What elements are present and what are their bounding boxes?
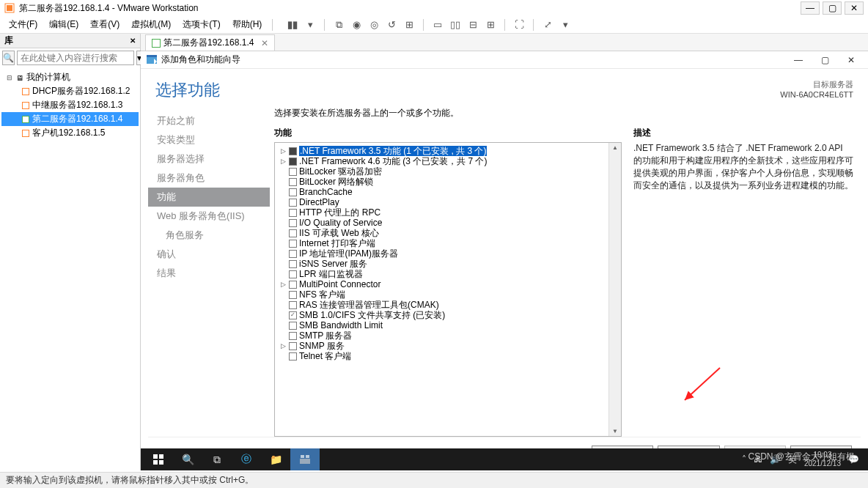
collapse-icon[interactable]: ⊟: [6, 74, 13, 81]
nav-before-you-begin[interactable]: 开始之前: [148, 111, 270, 130]
feature-item[interactable]: ▷.NET Framework 3.5 功能 (1 个已安装 , 共 3 个): [279, 146, 604, 156]
scroll-up-icon[interactable]: ▲: [612, 144, 618, 151]
fullscreen-icon[interactable]: ⛶: [512, 18, 526, 32]
feature-item[interactable]: iSNS Server 服务: [279, 259, 604, 269]
vm-item[interactable]: 客户机192.168.1.5: [1, 126, 139, 140]
feature-item[interactable]: BitLocker 驱动器加密: [279, 166, 604, 177]
nav-server-selection[interactable]: 服务器选择: [148, 149, 270, 169]
feature-item[interactable]: IP 地址管理(IPAM)服务器: [279, 248, 604, 259]
checkbox[interactable]: [289, 158, 297, 166]
feature-item[interactable]: BitLocker 网络解锁: [279, 177, 604, 187]
checkbox[interactable]: [289, 342, 297, 350]
vm-item-selected[interactable]: 第二服务器192.168.1.4: [1, 112, 139, 126]
checkbox[interactable]: [289, 260, 297, 268]
feature-item[interactable]: BranchCache: [279, 187, 604, 197]
layout-1-icon[interactable]: ▭: [431, 18, 444, 32]
feature-item[interactable]: HTTP 代理上的 RPC: [279, 207, 604, 218]
feature-item[interactable]: DirectPlay: [279, 197, 604, 207]
search-icon[interactable]: 🔍: [173, 448, 202, 470]
layout-3-icon[interactable]: ⊟: [466, 18, 479, 32]
feature-item[interactable]: LPR 端口监视器: [279, 269, 604, 279]
features-list[interactable]: ▷.NET Framework 3.5 功能 (1 个已安装 , 共 3 个)▷…: [275, 143, 608, 436]
nav-install-type[interactable]: 安装类型: [148, 130, 270, 149]
vm-item[interactable]: 中继服务器192.168.1.3: [1, 98, 139, 112]
checkbox[interactable]: [289, 332, 297, 340]
menu-help[interactable]: 帮助(H): [228, 17, 267, 32]
checkbox[interactable]: [289, 270, 297, 278]
checkbox[interactable]: [289, 301, 297, 309]
revert-icon[interactable]: ↺: [385, 18, 398, 32]
feature-item[interactable]: RAS 连接管理器管理工具包(CMAK): [279, 300, 604, 310]
unity-icon[interactable]: ⤢: [541, 18, 554, 32]
search-input[interactable]: [17, 51, 134, 65]
wizard-maximize-icon[interactable]: ▢: [814, 53, 836, 67]
send-ctrl-alt-del-icon[interactable]: ⧉: [332, 18, 345, 32]
feature-item[interactable]: SMTP 服务器: [279, 330, 604, 341]
task-view-icon[interactable]: ⧉: [202, 448, 232, 470]
menu-file[interactable]: 文件(F): [4, 17, 42, 32]
feature-item[interactable]: I/O Quality of Service: [279, 218, 604, 228]
tray-ime[interactable]: 英: [788, 454, 797, 466]
checkbox[interactable]: [289, 199, 297, 207]
close-button[interactable]: ✕: [845, 1, 864, 15]
explorer-icon[interactable]: 📁: [261, 448, 290, 470]
expand-icon[interactable]: ▷: [279, 146, 287, 156]
checkbox[interactable]: [289, 322, 297, 330]
feature-item[interactable]: SMB Bandwidth Limit: [279, 320, 604, 330]
dropdown-icon[interactable]: ▾: [304, 18, 317, 32]
checkbox[interactable]: [289, 188, 297, 196]
checkbox[interactable]: [289, 219, 297, 227]
expand-icon[interactable]: ▷: [279, 341, 287, 351]
pause-icon[interactable]: ▮▮: [286, 18, 299, 32]
search-icon[interactable]: 🔍: [2, 51, 15, 65]
checkbox[interactable]: [289, 240, 297, 248]
tray-network-icon[interactable]: 🖧: [754, 454, 762, 465]
feature-item[interactable]: NFS 客户端: [279, 289, 604, 300]
vm-tab[interactable]: 第二服务器192.168.1.4 ✕: [145, 34, 275, 51]
menu-edit[interactable]: 编辑(E): [45, 17, 83, 32]
checkbox[interactable]: [289, 291, 297, 299]
checkbox[interactable]: [289, 352, 297, 361]
server-manager-icon[interactable]: [290, 448, 320, 470]
vm-item[interactable]: DHCP服务器192.168.1.2: [1, 84, 139, 98]
feature-item[interactable]: Internet 打印客户端: [279, 238, 604, 248]
minimize-button[interactable]: —: [801, 1, 820, 15]
close-panel-icon[interactable]: ✕: [130, 37, 136, 45]
tree-root[interactable]: ⊟ 我的计算机: [1, 70, 139, 84]
scrollbar[interactable]: ▲ ▼: [608, 143, 621, 436]
checkbox[interactable]: [289, 311, 297, 319]
checkbox[interactable]: [289, 229, 297, 237]
checkbox[interactable]: [289, 147, 297, 155]
nav-confirm[interactable]: 确认: [148, 245, 270, 264]
layout-4-icon[interactable]: ⊞: [484, 18, 497, 32]
feature-item[interactable]: SMB 1.0/CIFS 文件共享支持 (已安装): [279, 310, 604, 320]
checkbox[interactable]: [289, 209, 297, 217]
nav-server-roles[interactable]: 服务器角色: [148, 169, 270, 188]
wizard-close-icon[interactable]: ✕: [840, 53, 862, 67]
start-button[interactable]: [144, 448, 173, 470]
manage-icon[interactable]: ⊞: [402, 18, 416, 32]
checkbox[interactable]: [289, 168, 297, 176]
nav-features[interactable]: 功能: [148, 188, 270, 207]
nav-iis-role[interactable]: Web 服务器角色(IIS): [148, 207, 270, 226]
snapshot-manager-icon[interactable]: ◎: [367, 18, 380, 32]
menu-tabs[interactable]: 选项卡(T): [178, 17, 224, 32]
nav-role-services[interactable]: 角色服务: [148, 226, 270, 245]
tab-close-icon[interactable]: ✕: [261, 38, 268, 48]
layout-2-icon[interactable]: ▯▯: [449, 18, 462, 32]
checkbox[interactable]: [289, 281, 297, 289]
menu-view[interactable]: 查看(V): [86, 17, 124, 32]
wizard-minimize-icon[interactable]: —: [787, 53, 809, 67]
snapshot-icon[interactable]: ◉: [350, 18, 363, 32]
expand-icon[interactable]: ▷: [279, 156, 287, 166]
maximize-button[interactable]: ▢: [823, 1, 842, 15]
feature-item[interactable]: ▷.NET Framework 4.6 功能 (3 个已安装，共 7 个): [279, 156, 604, 166]
expand-icon[interactable]: ▷: [279, 279, 287, 289]
feature-item[interactable]: Telnet 客户端: [279, 351, 604, 361]
tray-volume-icon[interactable]: 🔊: [770, 454, 781, 465]
feature-item[interactable]: ▷SNMP 服务: [279, 341, 604, 351]
menu-vm[interactable]: 虚拟机(M): [127, 17, 175, 32]
scroll-down-icon[interactable]: ▼: [612, 428, 618, 435]
ie-icon[interactable]: ⓔ: [232, 448, 261, 470]
tray-up-icon[interactable]: ˄: [742, 454, 746, 465]
